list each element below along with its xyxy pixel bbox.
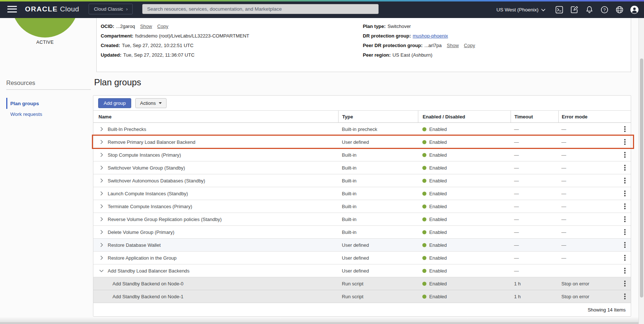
status-text: Enabled: [429, 268, 447, 274]
plan-group-name: Reverse Volume Group Replication policie…: [108, 217, 222, 222]
expand-chevron-icon[interactable]: [99, 255, 104, 261]
search-input[interactable]: [142, 4, 379, 14]
expand-chevron-icon[interactable]: [99, 152, 104, 158]
scrollbar-thumb[interactable]: [640, 58, 643, 298]
cloud-shell-icon[interactable]: [555, 6, 564, 14]
announcements-icon[interactable]: [570, 6, 579, 14]
sidebar-item-work-requests[interactable]: Work requests: [6, 109, 91, 119]
sidebar-item-plan-groups[interactable]: Plan groups: [6, 98, 91, 109]
timeout-value: —: [511, 252, 558, 264]
table-row[interactable]: Restore Database Wallet User defined Ena…: [93, 239, 631, 252]
table-row[interactable]: Terminate Compute Instances (Primary) Bu…: [93, 200, 631, 213]
expand-chevron-icon[interactable]: [99, 126, 104, 132]
expand-chevron-icon[interactable]: [99, 203, 104, 209]
error-mode-value: —: [558, 200, 619, 213]
detail-updated: Updated:Tue, Sep 27, 2022, 11:36:07 UTC: [101, 50, 249, 60]
oracle-cloud-logo[interactable]: ORACLECloud: [25, 5, 79, 13]
user-avatar[interactable]: [630, 6, 639, 14]
column-header-timeout[interactable]: Timeout: [511, 111, 558, 122]
plan-group-type: Built-in: [338, 213, 418, 225]
peer-region-value: US East (Ashburn): [393, 52, 432, 58]
table-row-child[interactable]: Add Standby Backend on Node-0 Run script…: [93, 277, 631, 290]
table-row[interactable]: Restore Application in the Group User de…: [93, 252, 631, 264]
help-icon[interactable]: ?: [600, 6, 609, 14]
status-text: Enabled: [429, 229, 447, 235]
expand-chevron-icon[interactable]: [99, 216, 104, 222]
ocid-value: ...2garoq: [116, 24, 135, 29]
region-selector[interactable]: US West (Phoenix): [496, 7, 545, 13]
plan-group-name: Add Standby Load Balancer Backends: [108, 268, 190, 274]
column-header-type[interactable]: Type: [338, 111, 418, 122]
plan-group-type: Built-in: [338, 149, 418, 161]
kebab-menu-icon[interactable]: [623, 138, 627, 146]
language-globe-icon[interactable]: [615, 6, 624, 14]
kebab-menu-icon[interactable]: [623, 279, 627, 288]
kebab-menu-icon[interactable]: [623, 292, 627, 301]
table-row[interactable]: Delete Volume Group (Primary) Built-in E…: [93, 226, 631, 239]
column-header-actions: [619, 111, 631, 122]
actions-button[interactable]: Actions: [135, 98, 167, 108]
kebab-menu-icon[interactable]: [623, 202, 627, 211]
add-group-button[interactable]: Add group: [98, 98, 131, 108]
column-header-error-mode[interactable]: Error mode: [558, 111, 619, 122]
table-row-expanded[interactable]: Add Standby Load Balancer Backends User …: [93, 264, 631, 277]
kebab-menu-icon[interactable]: [623, 176, 627, 185]
vertical-scrollbar[interactable]: [638, 18, 644, 324]
kebab-menu-icon[interactable]: [623, 215, 627, 224]
dr-group-label: DR protection group:: [363, 33, 411, 39]
dr-group-link[interactable]: mushop-phoenix: [413, 33, 448, 39]
peer-show-link[interactable]: Show: [447, 43, 459, 48]
status-text: Enabled: [429, 242, 447, 248]
peer-dr-group-label: Peer DR protection group:: [363, 43, 423, 48]
expand-chevron-icon[interactable]: [99, 139, 104, 145]
plan-step-type: Run script: [338, 277, 418, 290]
kebab-menu-icon[interactable]: [623, 253, 627, 262]
kebab-menu-icon[interactable]: [623, 125, 627, 133]
plan-group-type: User defined: [338, 264, 418, 277]
plan-group-name: Delete Volume Group (Primary): [108, 229, 174, 235]
kebab-menu-icon[interactable]: [623, 163, 627, 172]
expand-chevron-icon[interactable]: [99, 191, 104, 196]
plan-group-name: Stop Compute Instances (Primary): [108, 152, 181, 158]
kebab-menu-icon[interactable]: [623, 228, 627, 236]
plan-type-label: Plan type:: [363, 24, 386, 29]
table-row[interactable]: Built-In Prechecks Built-in precheck Ena…: [93, 123, 631, 136]
peer-copy-link[interactable]: Copy: [464, 43, 475, 48]
table-row-highlighted[interactable]: Remove Primary Load Balancer Backend Use…: [93, 136, 631, 149]
cloud-classic-button[interactable]: Cloud Classic ›: [89, 4, 133, 14]
kebab-menu-icon[interactable]: [623, 189, 627, 198]
table-row[interactable]: Launch Compute Instances (Standby) Built…: [93, 187, 631, 200]
notifications-bell-icon[interactable]: [585, 6, 594, 14]
plan-group-type: User defined: [338, 252, 418, 264]
enabled-status-dot: [422, 230, 426, 234]
plan-group-name: Launch Compute Instances (Standby): [108, 191, 188, 196]
plan-group-name: Switchover Autonomous Databases (Standby…: [108, 178, 205, 184]
table-row[interactable]: Stop Compute Instances (Primary) Built-i…: [93, 149, 631, 161]
expand-chevron-icon[interactable]: [99, 178, 104, 184]
status-text: Enabled: [429, 204, 447, 209]
table-row-child[interactable]: Add Standby Backend on Node-1 Run script…: [93, 290, 631, 303]
kebab-menu-icon[interactable]: [623, 150, 627, 159]
expand-chevron-icon[interactable]: [99, 242, 104, 248]
column-header-enabled[interactable]: Enabled / Disabled: [418, 111, 511, 122]
collapse-chevron-icon[interactable]: [99, 268, 104, 274]
table-row[interactable]: Reverse Volume Group Replication policie…: [93, 213, 631, 226]
table-row[interactable]: Switchover Autonomous Databases (Standby…: [93, 174, 631, 187]
plan-group-type: Built-in precheck: [338, 123, 418, 135]
ocid-label: OCID:: [101, 24, 114, 29]
enabled-status-dot: [422, 127, 426, 131]
status-text: Enabled: [429, 294, 447, 299]
kebab-menu-icon[interactable]: [623, 266, 627, 275]
table-toolbar: Add group Actions: [93, 96, 631, 110]
table-row[interactable]: Switchover Volume Group (Standby) Built-…: [93, 161, 631, 174]
ocid-copy-link[interactable]: Copy: [157, 24, 168, 29]
error-mode-value: —: [558, 239, 619, 251]
hamburger-menu-icon[interactable]: [7, 6, 17, 13]
column-header-name[interactable]: Name: [93, 111, 338, 122]
kebab-menu-icon[interactable]: [623, 241, 627, 249]
expand-chevron-icon[interactable]: [99, 229, 104, 235]
expand-chevron-icon[interactable]: [99, 165, 104, 171]
ocid-show-link[interactable]: Show: [140, 24, 152, 29]
resources-divider: [6, 89, 91, 90]
timeout-value: —: [511, 149, 558, 161]
